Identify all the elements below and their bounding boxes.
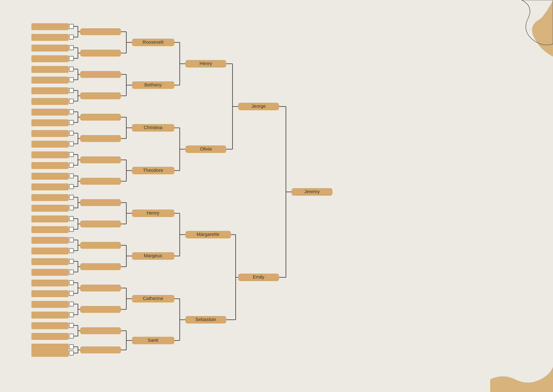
node-christina: Christina bbox=[144, 125, 162, 130]
svg-rect-11 bbox=[69, 78, 74, 82]
svg-rect-57 bbox=[69, 323, 74, 328]
svg-rect-45 bbox=[69, 259, 74, 264]
svg-rect-35 bbox=[69, 206, 74, 210]
svg-rect-118 bbox=[80, 242, 121, 249]
svg-rect-133 bbox=[80, 306, 121, 313]
svg-rect-50 bbox=[31, 290, 68, 297]
svg-rect-2 bbox=[31, 34, 68, 41]
svg-rect-83 bbox=[80, 92, 121, 99]
svg-rect-36 bbox=[31, 215, 68, 222]
svg-rect-43 bbox=[69, 248, 74, 253]
node-olivia: Olivia bbox=[200, 146, 212, 151]
svg-rect-26 bbox=[31, 162, 68, 169]
svg-rect-113 bbox=[80, 220, 121, 227]
svg-rect-34 bbox=[31, 205, 68, 212]
svg-rect-29 bbox=[69, 174, 74, 178]
svg-rect-27 bbox=[69, 163, 74, 167]
svg-rect-19 bbox=[69, 120, 74, 125]
node-sebastian: Sebastian bbox=[195, 317, 216, 322]
svg-rect-44 bbox=[31, 258, 68, 265]
node-bethany: Bethany bbox=[144, 82, 162, 87]
node-santi: Santi bbox=[148, 337, 158, 343]
svg-rect-93 bbox=[80, 135, 121, 142]
node-margeux: Margeux bbox=[144, 253, 162, 258]
svg-rect-52 bbox=[31, 301, 68, 308]
svg-rect-30 bbox=[31, 183, 68, 190]
svg-rect-18 bbox=[31, 119, 68, 126]
svg-rect-53 bbox=[69, 302, 74, 306]
col1-boxes bbox=[74, 26, 121, 353]
svg-rect-68 bbox=[80, 28, 121, 35]
svg-rect-13 bbox=[69, 88, 74, 93]
svg-rect-7 bbox=[69, 56, 74, 61]
svg-rect-22 bbox=[31, 141, 68, 148]
svg-rect-60 bbox=[31, 344, 68, 351]
svg-rect-10 bbox=[31, 77, 68, 84]
col2-named-boxes: Roosevelt Bethany Christina Theodore Hen… bbox=[121, 32, 174, 350]
svg-rect-59 bbox=[69, 334, 74, 338]
svg-rect-138 bbox=[80, 327, 121, 334]
svg-rect-78 bbox=[80, 71, 121, 78]
svg-rect-63 bbox=[69, 351, 74, 355]
svg-rect-58 bbox=[31, 333, 68, 340]
svg-rect-32 bbox=[31, 194, 68, 201]
svg-rect-48 bbox=[31, 280, 68, 286]
svg-rect-40 bbox=[31, 237, 68, 244]
svg-rect-5 bbox=[69, 46, 74, 50]
svg-rect-17 bbox=[69, 110, 74, 114]
svg-rect-39 bbox=[69, 227, 74, 231]
svg-rect-47 bbox=[69, 270, 74, 274]
node-margarette: Margarette bbox=[197, 231, 220, 237]
node-theodore: Theodore bbox=[143, 167, 163, 173]
svg-rect-143 bbox=[80, 346, 121, 353]
svg-rect-103 bbox=[80, 178, 121, 185]
decorative-blob-bottom-right bbox=[490, 329, 553, 392]
col4-r5-boxes: Jeorge Emily bbox=[226, 64, 279, 320]
svg-rect-55 bbox=[69, 313, 74, 317]
svg-rect-8 bbox=[31, 66, 68, 73]
node-roosevelt: Roosevelt bbox=[143, 39, 164, 45]
svg-rect-38 bbox=[31, 226, 68, 233]
decorative-blob-top-right bbox=[471, 0, 553, 63]
svg-rect-49 bbox=[69, 280, 74, 285]
svg-rect-4 bbox=[31, 45, 68, 52]
svg-rect-6 bbox=[31, 55, 68, 62]
svg-rect-98 bbox=[80, 156, 121, 163]
node-catherine: Catherine bbox=[143, 296, 163, 301]
node-henry: Henry bbox=[200, 61, 212, 66]
svg-rect-20 bbox=[31, 130, 68, 137]
svg-rect-23 bbox=[69, 142, 74, 146]
svg-rect-28 bbox=[31, 173, 68, 180]
svg-rect-0 bbox=[31, 23, 68, 30]
svg-rect-88 bbox=[80, 114, 121, 121]
node-jeremy: Jeremy bbox=[304, 189, 320, 194]
bracket-svg: .bracket-line { stroke: #444; stroke-wid… bbox=[31, 19, 440, 358]
svg-rect-56 bbox=[31, 322, 68, 329]
svg-rect-12 bbox=[31, 87, 68, 94]
col0-stripes bbox=[31, 23, 74, 357]
svg-rect-42 bbox=[31, 248, 68, 254]
svg-rect-9 bbox=[69, 67, 74, 71]
svg-rect-37 bbox=[69, 216, 74, 221]
svg-rect-51 bbox=[69, 291, 74, 296]
svg-rect-46 bbox=[31, 269, 68, 276]
svg-rect-16 bbox=[31, 109, 68, 116]
svg-rect-123 bbox=[80, 263, 121, 270]
svg-rect-41 bbox=[69, 238, 74, 242]
svg-rect-31 bbox=[69, 184, 74, 189]
svg-rect-108 bbox=[80, 199, 121, 206]
node-henry2: Henry bbox=[147, 210, 160, 215]
svg-rect-73 bbox=[80, 50, 121, 57]
col5-r6-boxes: Jeremy bbox=[279, 106, 332, 277]
svg-rect-128 bbox=[80, 285, 121, 291]
svg-rect-21 bbox=[69, 131, 74, 135]
svg-rect-1 bbox=[69, 24, 74, 29]
svg-rect-33 bbox=[69, 195, 74, 199]
svg-rect-3 bbox=[69, 35, 74, 39]
svg-rect-15 bbox=[69, 99, 74, 103]
node-jeorge: Jeorge bbox=[251, 103, 266, 109]
col3-r4-boxes: Henry Olivia Margarette Sebastian bbox=[174, 42, 231, 340]
svg-rect-62 bbox=[31, 350, 68, 357]
svg-rect-14 bbox=[31, 98, 68, 105]
svg-rect-61 bbox=[69, 345, 74, 349]
